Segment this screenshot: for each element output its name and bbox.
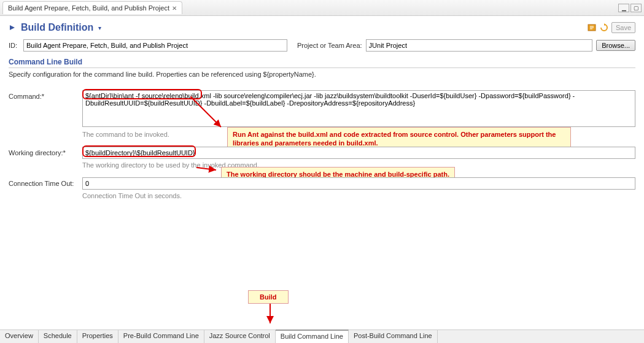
workdir-input[interactable] [82,147,635,159]
tab-jazz-source-control[interactable]: Jazz Source Control [204,330,276,343]
chevron-down-icon[interactable]: ▾ [98,25,101,31]
id-input[interactable] [23,39,287,52]
command-label: Command:* [9,90,82,100]
maximize-button[interactable]: ▢ [630,4,642,12]
minimize-button[interactable]: ▁ [618,4,629,12]
timeout-label: Connection Time Out: [9,177,82,187]
page-title: Build Definition [21,22,93,33]
close-icon[interactable]: ✕ [172,5,177,12]
callout-build: Build [248,290,289,304]
tab-overview[interactable]: Overview [0,330,39,343]
tab-schedule[interactable]: Schedule [39,330,77,343]
id-label: ID: [9,42,20,49]
tab-build-command-line[interactable]: Build Command Line [276,330,349,343]
tab-properties[interactable]: Properties [77,330,118,343]
tab-post-build-command-line[interactable]: Post-Build Command Line [349,330,438,343]
tab-pre-build-command-line[interactable]: Pre-Build Command Line [118,330,204,343]
workdir-label: Working directory:* [9,147,82,156]
command-input[interactable] [82,90,635,127]
svg-marker-0 [10,25,15,30]
timeout-hint: Connection Time Out in seconds. [82,192,635,199]
request-build-icon[interactable] [587,23,597,33]
refresh-icon[interactable] [599,23,609,33]
arrow-build [264,304,276,328]
save-button[interactable]: Save [611,22,635,33]
bottom-tabs: Overview Schedule Properties Pre-Build C… [0,330,644,343]
editor-tab[interactable]: Build Agent Prepare, Fetch, Build, and P… [2,1,182,14]
browse-button[interactable]: Browse... [596,40,635,51]
section-title: Command Line Build [9,58,635,68]
project-input[interactable] [366,39,593,52]
collapse-icon[interactable] [9,24,16,31]
section-desc: Specify configuration for the command li… [9,71,635,78]
project-label: Project or Team Area: [297,42,362,49]
timeout-input[interactable] [82,177,635,190]
tab-title-text: Build Agent Prepare, Fetch, Build, and P… [8,4,169,12]
